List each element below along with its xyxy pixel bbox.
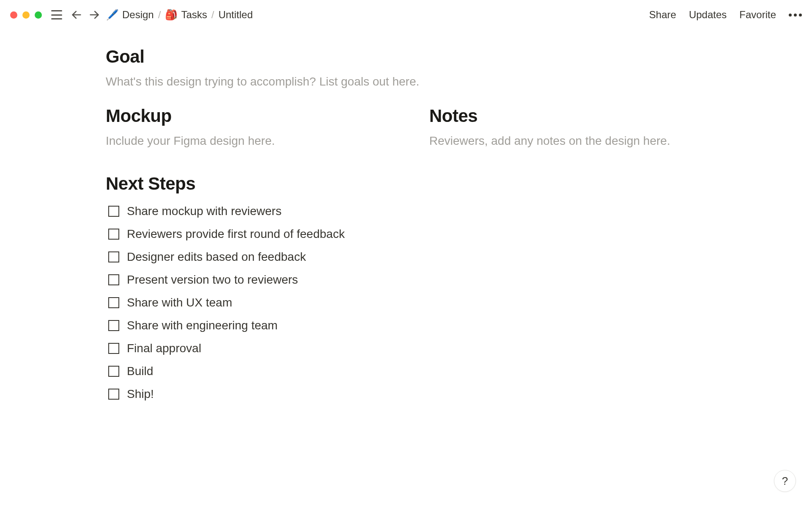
todo-label[interactable]: Present version two to reviewers — [127, 273, 298, 287]
todo-checkbox[interactable] — [108, 343, 119, 354]
todo-label[interactable]: Ship! — [127, 387, 154, 401]
todo-checkbox[interactable] — [108, 229, 119, 240]
todo-label[interactable]: Designer edits based on feedback — [127, 250, 306, 264]
todo-checkbox[interactable] — [108, 251, 119, 262]
breadcrumb-separator: / — [211, 9, 214, 21]
mockup-section: Mockup Include your Figma design here. — [106, 106, 387, 150]
topbar-right: Share Updates Favorite — [649, 9, 802, 21]
breadcrumb-item-current[interactable]: Untitled — [218, 9, 252, 21]
nav-forward-button[interactable] — [88, 9, 100, 21]
breadcrumb-label: Untitled — [218, 9, 252, 21]
mockup-notes-row: Mockup Include your Figma design here. N… — [106, 106, 710, 165]
maximize-window-button[interactable] — [35, 11, 42, 19]
todo-item: Build — [106, 360, 710, 383]
goal-section: Goal What's this design trying to accomp… — [106, 47, 710, 91]
todo-list: Share mockup with reviewers Reviewers pr… — [106, 200, 710, 406]
window-traffic-lights — [10, 11, 42, 19]
todo-checkbox[interactable] — [108, 206, 119, 217]
favorite-button[interactable]: Favorite — [739, 9, 776, 21]
minimize-window-button[interactable] — [22, 11, 30, 19]
todo-checkbox[interactable] — [108, 320, 119, 331]
menu-icon[interactable] — [51, 10, 62, 19]
help-button[interactable]: ? — [774, 470, 796, 492]
notes-heading[interactable]: Notes — [429, 106, 710, 126]
close-window-button[interactable] — [10, 11, 17, 19]
todo-item: Reviewers provide first round of feedbac… — [106, 223, 710, 246]
breadcrumb-separator: / — [158, 9, 161, 21]
page-content: Goal What's this design trying to accomp… — [0, 30, 710, 406]
breadcrumb: 🖊️ Design / 🎒 Tasks / Untitled — [106, 9, 253, 21]
notes-placeholder[interactable]: Reviewers, add any notes on the design h… — [429, 132, 710, 150]
nav-back-button[interactable] — [71, 9, 82, 21]
breadcrumb-item-tasks[interactable]: 🎒 Tasks — [165, 9, 207, 21]
todo-item: Share with UX team — [106, 291, 710, 314]
breadcrumb-label: Design — [122, 9, 154, 21]
updates-button[interactable]: Updates — [689, 9, 727, 21]
backpack-icon: 🎒 — [165, 9, 178, 21]
goal-placeholder[interactable]: What's this design trying to accomplish?… — [106, 73, 710, 91]
topbar-left: 🖊️ Design / 🎒 Tasks / Untitled — [10, 9, 253, 21]
paintbrush-icon: 🖊️ — [106, 9, 119, 21]
breadcrumb-label: Tasks — [181, 9, 207, 21]
mockup-placeholder[interactable]: Include your Figma design here. — [106, 132, 387, 150]
todo-checkbox[interactable] — [108, 366, 119, 377]
todo-item: Share with engineering team — [106, 314, 710, 337]
next-steps-heading[interactable]: Next Steps — [106, 174, 710, 194]
todo-item: Final approval — [106, 337, 710, 360]
todo-item: Present version two to reviewers — [106, 268, 710, 291]
todo-item: Designer edits based on feedback — [106, 246, 710, 268]
todo-label[interactable]: Final approval — [127, 342, 201, 355]
todo-item: Share mockup with reviewers — [106, 200, 710, 223]
more-menu-icon[interactable] — [789, 14, 802, 17]
share-button[interactable]: Share — [649, 9, 676, 21]
todo-checkbox[interactable] — [108, 274, 119, 285]
breadcrumb-item-design[interactable]: 🖊️ Design — [106, 9, 154, 21]
notes-section: Notes Reviewers, add any notes on the de… — [412, 106, 710, 150]
todo-item: Ship! — [106, 383, 710, 406]
help-icon: ? — [782, 475, 788, 488]
next-steps-section: Next Steps Share mockup with reviewers R… — [106, 174, 710, 406]
todo-checkbox[interactable] — [108, 389, 119, 400]
todo-checkbox[interactable] — [108, 297, 119, 308]
topbar: 🖊️ Design / 🎒 Tasks / Untitled Share Upd… — [0, 0, 812, 30]
mockup-heading[interactable]: Mockup — [106, 106, 387, 126]
todo-label[interactable]: Share with UX team — [127, 296, 232, 309]
goal-heading[interactable]: Goal — [106, 47, 710, 67]
todo-label[interactable]: Share with engineering team — [127, 319, 277, 332]
todo-label[interactable]: Build — [127, 364, 153, 378]
todo-label[interactable]: Reviewers provide first round of feedbac… — [127, 227, 345, 241]
todo-label[interactable]: Share mockup with reviewers — [127, 204, 282, 218]
